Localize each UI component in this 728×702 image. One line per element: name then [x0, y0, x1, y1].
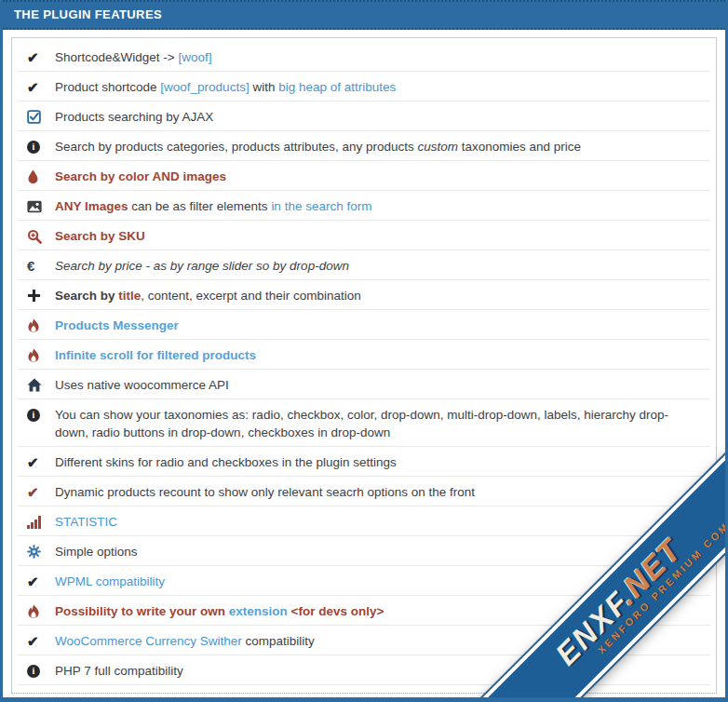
feature-row: Simple options: [18, 538, 710, 566]
feature-text: WooCommerce Currency Swither compatibili…: [55, 632, 701, 650]
feature-text: Search by SKU: [55, 227, 701, 245]
info-icon: i: [27, 406, 55, 424]
feature-link[interactable]: STATISTIC: [55, 515, 117, 529]
info-icon: i: [27, 662, 55, 680]
feature-link[interactable]: [woof_products]: [160, 80, 249, 94]
feature-text: PHP 7 full compatibility: [55, 662, 701, 680]
check-icon: ✔: [27, 48, 55, 66]
feature-row: Search by title, content, excerpt and th…: [18, 282, 710, 310]
feature-row: iPHP 7 full compatibility: [18, 657, 710, 685]
feature-segment: Possibility to write your own: [55, 604, 229, 618]
feature-text: Uses native woocommerce API: [55, 376, 701, 394]
home-icon: [27, 376, 55, 394]
feature-segment: Simple options: [55, 545, 138, 559]
feature-link[interactable]: WPML compatibility: [55, 574, 165, 588]
feature-segment: Search by products categories, products …: [55, 140, 417, 154]
feature-link[interactable]: big heap of attributes: [278, 80, 396, 94]
feature-text: Simple options: [55, 543, 701, 560]
feature-row: iYou can show your taxonomies as: radio,…: [18, 401, 710, 447]
feature-row: ✔Product shortcode [woof_products] with …: [18, 74, 710, 101]
feature-text: STATISTIC: [55, 513, 701, 531]
feature-link[interactable]: WooCommerce Currency Swither: [55, 634, 242, 648]
info-icon: i: [27, 138, 55, 155]
gear-icon: [27, 543, 55, 560]
check-square-icon: [27, 108, 55, 126]
feature-segment: Search by color AND images: [55, 169, 226, 183]
feature-segment: can be as filter elements: [128, 199, 272, 213]
plus-icon: [27, 287, 55, 304]
feature-row: ✔WPML compatibility: [18, 568, 710, 596]
feature-row: STATISTIC: [18, 508, 710, 536]
feature-row: Products Messenger: [18, 312, 710, 340]
search-plus-icon: [27, 227, 55, 245]
feature-link[interactable]: extension: [229, 604, 288, 618]
feature-segment: , content, excerpt and their combination: [141, 289, 360, 303]
feature-row: ✔Shortcode&Widget -> [woof]: [18, 44, 710, 72]
feature-text: You can show your taxonomies as: radio, …: [55, 406, 701, 441]
fire-icon: [27, 602, 55, 620]
feature-text: Shortcode&Widget -> [woof]: [55, 48, 701, 66]
feature-link[interactable]: in the search form: [271, 199, 371, 213]
feature-segment: You can show your taxonomies as: radio, …: [55, 408, 668, 439]
plugin-features-panel: THE PLUGIN FEATURES ✔Shortcode&Widget ->…: [0, 0, 728, 702]
feature-text: Different skins for radio and checkboxes…: [55, 453, 701, 471]
panel-header-title: THE PLUGIN FEATURES: [3, 0, 725, 30]
feature-text: Products Messenger: [55, 317, 701, 334]
feature-segment: compatibility: [242, 634, 315, 648]
feature-row: ✔Dynamic products recount to show only r…: [18, 479, 710, 506]
feature-text: Infinite scroll for filtered products: [55, 346, 701, 364]
feature-segment: Products searching by AJAX: [55, 110, 213, 124]
feature-segment: <for devs only>: [288, 604, 384, 618]
bottom-frame-bar: [3, 697, 725, 702]
features-container: ✔Shortcode&Widget -> [woof]✔Product shor…: [11, 37, 717, 694]
feature-text: ANY Images can be as filter elements in …: [55, 197, 701, 215]
feature-row: Possibility to write your own extension …: [18, 598, 710, 626]
feature-row: Products searching by AJAX: [18, 103, 710, 131]
feature-segment: Different skins for radio and checkboxes…: [55, 455, 397, 469]
check-icon: ✔: [27, 78, 55, 96]
feature-text: Dynamic products recount to show only re…: [55, 483, 701, 501]
feature-segment: custom: [417, 140, 458, 154]
feature-segment: Product shortcode: [55, 80, 160, 94]
drop-icon: [27, 168, 55, 185]
feature-text: Search by price - as by range slider so …: [55, 257, 701, 275]
feature-text: Products searching by AJAX: [55, 108, 701, 126]
euro-icon: €: [27, 257, 55, 275]
feature-row: Uses native woocommerce API: [18, 371, 710, 399]
feature-row: Infinite scroll for filtered products: [18, 342, 710, 370]
feature-text: Possibility to write your own extension …: [55, 602, 701, 620]
feature-text: Search by products categories, products …: [55, 138, 701, 155]
fire-icon: [27, 346, 55, 364]
feature-text: WPML compatibility: [55, 573, 701, 590]
feature-segment: Uses native woocommerce API: [55, 378, 229, 392]
feature-segment: Dynamic products recount to show only re…: [55, 485, 475, 499]
feature-row: €Search by price - as by range slider so…: [18, 252, 710, 280]
feature-row: Search by color AND images: [18, 163, 710, 191]
feature-link[interactable]: Infinite scroll for filtered products: [55, 348, 256, 362]
image-icon: [27, 197, 55, 215]
feature-link[interactable]: Products Messenger: [55, 318, 179, 332]
feature-segment: Search by SKU: [55, 229, 145, 243]
check-icon: ✔: [27, 573, 55, 590]
bar-chart-icon: [27, 513, 55, 531]
feature-row: ANY Images can be as filter elements in …: [18, 193, 710, 221]
check-icon: ✔: [27, 453, 55, 471]
check-icon: ✔: [27, 632, 55, 650]
feature-row: ✔WooCommerce Currency Swither compatibil…: [18, 628, 710, 655]
feature-row: iSearch by products categories, products…: [18, 133, 710, 161]
feature-text: Search by title, content, excerpt and th…: [55, 287, 701, 304]
fire-icon: [27, 317, 55, 334]
feature-segment: Search by price - as by range slider so …: [55, 259, 349, 273]
feature-row: Search by SKU: [18, 223, 710, 250]
feature-text: Search by color AND images: [55, 168, 701, 185]
feature-segment: Search by: [55, 289, 118, 303]
feature-segment: title: [118, 289, 141, 303]
feature-list: ✔Shortcode&Widget -> [woof]✔Product shor…: [18, 44, 710, 685]
feature-link[interactable]: [woof]: [178, 50, 211, 64]
feature-segment: PHP 7 full compatibility: [55, 664, 183, 678]
check-icon: ✔: [27, 483, 55, 501]
feature-segment: Shortcode&Widget ->: [55, 50, 178, 64]
feature-segment: ANY Images: [55, 199, 128, 213]
feature-text: Product shortcode [woof_products] with b…: [55, 78, 701, 96]
feature-row: ✔Different skins for radio and checkboxe…: [18, 449, 710, 477]
